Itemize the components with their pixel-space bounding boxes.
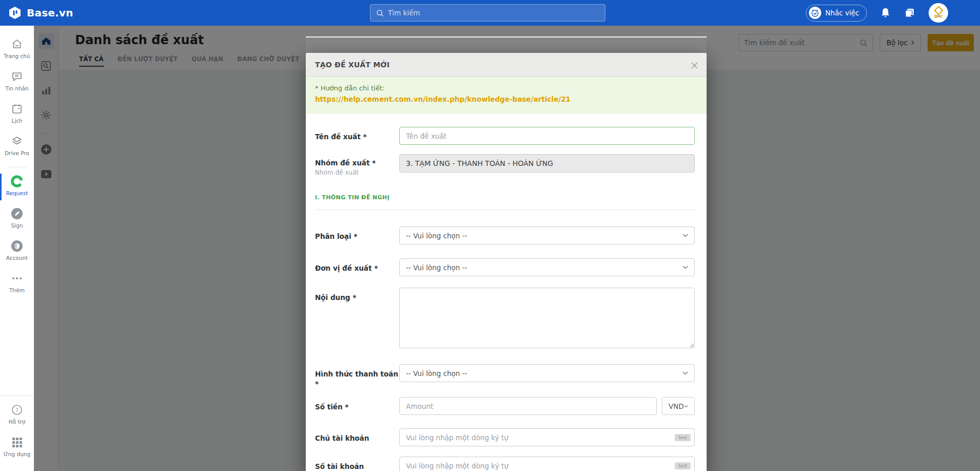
field-label: Tên đề xuất * — [315, 133, 366, 141]
form-row-content: Nội dung * — [315, 288, 697, 350]
guide-link[interactable]: https://help.cement.com.vn/index.php/kno… — [315, 95, 697, 103]
section-header: I. THÔNG TIN ĐỀ NGHỊ — [315, 192, 697, 210]
user-avatar[interactable]: QNC — [929, 3, 948, 23]
category-select[interactable]: -- Vui lòng chọn -- — [399, 227, 695, 244]
chat-icon — [11, 70, 23, 83]
calendar-icon — [11, 102, 23, 116]
alarm-clock-icon — [809, 7, 821, 19]
currency-select[interactable]: VND — [662, 397, 695, 415]
form-row-account-number: Số tài khoản text — [315, 457, 697, 471]
sidebar-item-label: Sign — [11, 222, 23, 229]
search-icon — [376, 9, 384, 17]
account-number-input[interactable] — [399, 457, 695, 471]
sidebar-item-label: Request — [6, 190, 28, 196]
stacked-modal-strip — [306, 37, 707, 53]
form-row-group: Nhóm đề xuất * Nhóm đề xuất 3. TẠM ỨNG -… — [315, 154, 697, 176]
sidebar-item-label: Drive Pro — [5, 150, 29, 156]
qnc-logo-icon — [934, 6, 943, 15]
sidebar-divider — [7, 167, 27, 167]
sidebar-item-more[interactable]: Thêm — [0, 272, 34, 297]
sidebar-footer-divider — [0, 395, 34, 396]
chevron-down-icon — [684, 405, 688, 408]
global-search[interactable] — [370, 4, 605, 22]
sidebar-item-drive-pro[interactable]: Drive Pro — [0, 135, 34, 160]
account-app-icon — [10, 239, 24, 253]
request-app-icon — [10, 175, 24, 188]
layers-icon — [11, 135, 23, 148]
sidebar-item-sign[interactable]: Sign — [0, 207, 34, 233]
help-circle-icon: ? — [11, 403, 23, 417]
reminder-button[interactable]: Nhắc việc — [806, 5, 867, 22]
payment-method-select[interactable]: -- Vui lòng chọn -- — [399, 364, 695, 382]
amount-input[interactable] — [399, 397, 657, 415]
sidebar-item-label: Ứng dụng — [4, 451, 30, 457]
sidebar-item-label: Hỗ trợ — [9, 419, 26, 425]
modal-form: Tên đề xuất * Nhóm đề xuất * Nhóm đề xuấ… — [306, 127, 707, 471]
sidebar-item-apps[interactable]: Ứng dụng — [0, 436, 34, 461]
field-label: Phân loại * — [315, 232, 357, 240]
navbar-right: Nhắc việc QNC — [806, 0, 948, 26]
field-label: Hình thức thanh toán * — [315, 370, 398, 388]
reminder-label: Nhắc việc — [825, 9, 859, 17]
sidebar-item-account[interactable]: Account — [0, 239, 34, 265]
sidebar-item-home[interactable]: Trang chủ — [0, 37, 34, 63]
chevron-down-icon — [682, 266, 688, 269]
sidebar-item-label: Account — [6, 255, 28, 261]
form-row-account-holder: Chủ tài khoản text — [315, 428, 697, 446]
home-icon — [11, 37, 23, 51]
create-proposal-modal: TẠO ĐỀ XUẤT MỚI * Hướng dẫn chi tiết: ht… — [306, 53, 707, 471]
form-row-payment-method: Hình thức thanh toán * -- Vui lòng chọn … — [315, 364, 697, 388]
sidebar-item-calendar[interactable]: Lịch — [0, 102, 34, 128]
field-type-badge: text — [675, 434, 691, 441]
proposal-group-value: 3. TẠM ỨNG - THANH TOÁN - HOÀN ỨNG — [399, 154, 695, 173]
form-row-category: Phân loại * -- Vui lòng chọn -- — [315, 227, 697, 244]
sidebar-item-messages[interactable]: Tin nhắn — [0, 70, 34, 96]
field-label: Số tài khoản — [315, 462, 364, 470]
field-label: Nhóm đề xuất * — [315, 159, 399, 167]
field-label: Chủ tài khoản — [315, 434, 369, 442]
sidebar-item-label: Trang chủ — [4, 53, 30, 59]
guide-label: * Hướng dẫn chi tiết: — [315, 84, 697, 92]
sidebar-item-request[interactable]: Request — [0, 175, 34, 200]
chevron-down-icon — [682, 371, 688, 375]
field-sublabel: Nhóm đề xuất — [315, 169, 399, 176]
account-holder-input[interactable] — [399, 428, 695, 446]
modal-title: TẠO ĐỀ XUẤT MỚI — [315, 61, 390, 69]
modal-header: TẠO ĐỀ XUẤT MỚI — [306, 53, 707, 77]
section-title: I. THÔNG TIN ĐỀ NGHỊ — [315, 194, 390, 201]
sidebar-item-label: Lịch — [11, 118, 22, 124]
svg-text:?: ? — [15, 407, 19, 413]
content-textarea[interactable] — [399, 288, 695, 348]
close-icon[interactable] — [688, 59, 700, 71]
field-label: Số tiền * — [315, 403, 348, 411]
form-row-name: Tên đề xuất * — [315, 127, 697, 145]
top-navbar: Base.vn Nhắc việc — [0, 0, 980, 26]
form-row-amount: Số tiền * VND — [315, 397, 697, 415]
more-dots-icon — [12, 272, 22, 285]
brand[interactable]: Base.vn — [8, 0, 73, 26]
chevron-down-icon — [682, 234, 688, 237]
field-label: Đơn vị đề xuất * — [315, 264, 378, 272]
field-type-badge: text — [675, 462, 691, 469]
notifications-bell-icon[interactable] — [880, 7, 891, 18]
global-search-input[interactable] — [388, 9, 599, 17]
field-label: Nội dung * — [315, 293, 356, 302]
apps-grid-icon — [12, 436, 22, 449]
collections-icon[interactable] — [904, 7, 915, 18]
guide-info-box: * Hướng dẫn chi tiết: https://help.cemen… — [306, 77, 707, 114]
brand-name: Base.vn — [27, 7, 73, 19]
sidebar-item-label: Thêm — [9, 287, 25, 293]
app-sidebar: Trang chủ Tin nhắn Lịch Drive Pro Reque — [0, 26, 34, 471]
sign-pencil-icon — [10, 207, 24, 220]
form-row-unit: Đơn vị đề xuất * -- Vui lòng chọn -- — [315, 258, 697, 276]
unit-select[interactable]: -- Vui lòng chọn -- — [399, 258, 695, 276]
base-logo-icon — [8, 6, 22, 20]
app-root: Base.vn Nhắc việc — [0, 0, 980, 471]
sidebar-item-support[interactable]: ? Hỗ trợ — [0, 403, 34, 429]
sidebar-footer: ? Hỗ trợ Ứng dụng — [0, 395, 34, 468]
sidebar-item-label: Tin nhắn — [5, 85, 28, 91]
proposal-name-input[interactable] — [399, 127, 695, 145]
